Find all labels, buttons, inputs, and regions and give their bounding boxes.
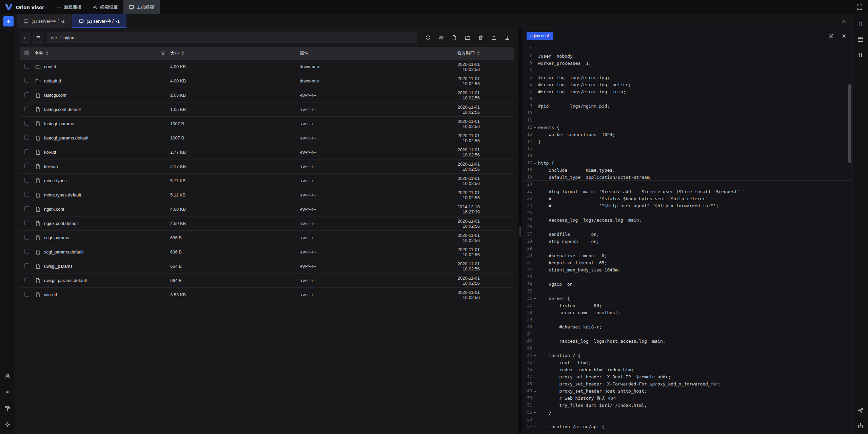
code-line[interactable]: 33 xyxy=(522,273,852,281)
code-line[interactable]: 35 xyxy=(522,288,852,295)
code-line[interactable]: 25 #access_log logs/access.log main; xyxy=(522,216,852,224)
file-name-cell[interactable]: nginx.conf.default xyxy=(35,221,170,226)
fullscreen-icon[interactable] xyxy=(856,4,863,10)
send-command-icon[interactable] xyxy=(856,406,865,414)
code-line[interactable]: 36 server { xyxy=(522,295,852,302)
file-name-cell[interactable]: win-utf xyxy=(35,292,170,298)
fold-marker[interactable] xyxy=(532,273,538,281)
fold-marker[interactable] xyxy=(532,409,538,416)
fold-marker[interactable] xyxy=(532,188,538,195)
fold-marker[interactable] xyxy=(532,110,538,117)
file-name-cell[interactable]: fastcgi_params xyxy=(35,121,170,127)
fold-marker[interactable] xyxy=(532,309,538,316)
fold-marker[interactable] xyxy=(532,395,538,402)
code-line[interactable]: 43 xyxy=(522,345,852,352)
column-mtime[interactable]: 修改时间 xyxy=(446,50,514,56)
code-line[interactable]: 44 location / { xyxy=(522,352,852,359)
fold-marker[interactable] xyxy=(532,259,538,266)
filter-funnel-icon[interactable] xyxy=(161,51,165,56)
fold-marker[interactable] xyxy=(532,174,538,181)
file-name-cell[interactable]: default.d xyxy=(35,78,170,84)
table-row[interactable]: fastcgi.conf 1.05 KB -rw-r--r-- 2020-11-… xyxy=(20,88,514,102)
row-checkbox[interactable] xyxy=(24,235,29,240)
fold-marker[interactable] xyxy=(532,216,538,224)
fold-marker[interactable] xyxy=(532,402,538,409)
fold-marker[interactable] xyxy=(532,167,538,174)
breadcrumb-segment-current[interactable]: nginx xyxy=(63,35,74,40)
column-attr[interactable]: 属性 xyxy=(300,50,446,56)
fold-marker[interactable] xyxy=(532,45,538,53)
table-row[interactable]: default.d 4.00 KB drwxr-xr-x 2020-11-01 … xyxy=(20,74,514,88)
new-folder-icon[interactable] xyxy=(464,34,471,41)
fold-marker[interactable] xyxy=(532,74,538,81)
code-line[interactable]: 27 sendfile on; xyxy=(522,231,852,238)
row-checkbox[interactable] xyxy=(24,249,29,254)
fold-marker[interactable] xyxy=(532,117,538,124)
fold-marker[interactable] xyxy=(532,53,538,60)
fold-marker[interactable] xyxy=(532,195,538,202)
code-line[interactable]: 32 client_max_body_size 1048m; xyxy=(522,266,852,273)
code-line[interactable]: 20 xyxy=(522,181,852,188)
close-editor-icon[interactable] xyxy=(840,32,848,40)
column-size[interactable]: 大小 xyxy=(170,50,300,56)
code-line[interactable]: 53 xyxy=(522,416,852,423)
fold-marker[interactable] xyxy=(532,295,538,302)
upload-icon[interactable] xyxy=(490,34,498,41)
table-row[interactable]: uwsgi_params 664 B -rw-r--r-- 2020-11-01… xyxy=(20,259,514,273)
command-icon[interactable]: ⌘ xyxy=(3,388,12,396)
editor-scrollbar-thumb[interactable] xyxy=(848,84,851,163)
file-name-cell[interactable]: mime.types.default xyxy=(35,192,170,198)
code-line[interactable]: 15 xyxy=(522,145,852,152)
fold-marker[interactable] xyxy=(532,202,538,209)
code-line[interactable]: 11 xyxy=(522,117,852,124)
code-line[interactable]: 22 # '$status $body_bytes_sent "$http_re… xyxy=(522,195,852,202)
file-name-cell[interactable]: uwsgi_params xyxy=(35,264,170,269)
file-name-cell[interactable]: mime.types xyxy=(35,178,170,184)
file-name-cell[interactable]: conf.d xyxy=(35,64,170,70)
code-line[interactable]: 1 xyxy=(522,45,852,53)
nav-item-host-terminal[interactable]: 主机终端 xyxy=(123,0,160,14)
fold-marker[interactable] xyxy=(532,281,538,288)
table-row[interactable]: scgi_params 636 B -rw-r--r-- 2020-11-01 … xyxy=(20,231,514,245)
row-checkbox[interactable] xyxy=(24,278,29,282)
code-line[interactable]: 3 worker_processes 1; xyxy=(522,60,852,67)
code-line[interactable]: 12 events { xyxy=(522,124,852,131)
braces-icon[interactable]: {} xyxy=(856,20,865,28)
fold-marker[interactable] xyxy=(532,423,538,430)
fold-marker[interactable] xyxy=(532,316,538,323)
row-checkbox[interactable] xyxy=(24,263,29,268)
download-icon[interactable] xyxy=(504,34,511,41)
fold-marker[interactable] xyxy=(532,102,538,110)
code-line[interactable]: 45 root html; xyxy=(522,359,852,366)
fold-marker[interactable] xyxy=(532,131,538,138)
fold-marker[interactable] xyxy=(532,231,538,238)
panel-splitter[interactable] xyxy=(518,29,522,434)
editor-code[interactable]: 1 2 #user nobody; 3 worker_processes 1; … xyxy=(522,43,852,434)
editor-panel-icon[interactable] xyxy=(856,35,865,43)
fold-marker[interactable] xyxy=(532,416,538,423)
fold-marker[interactable] xyxy=(532,388,538,395)
code-line[interactable]: 9 #pid logs/nginx.pid; xyxy=(522,102,852,110)
code-line[interactable]: 30 #keepalive_timeout 0; xyxy=(522,252,852,259)
table-row[interactable]: mime.types.default 5.11 KB -rw-r--r-- 20… xyxy=(20,188,514,202)
editor-file-tab[interactable]: nginx.conf xyxy=(527,32,553,40)
back-button[interactable] xyxy=(20,33,30,43)
table-row[interactable]: nginx.conf.default 2.59 KB -rw-r--r-- 20… xyxy=(20,216,514,231)
user-icon[interactable] xyxy=(3,372,12,380)
file-name-cell[interactable]: koi-utf xyxy=(35,150,170,155)
new-terminal-button[interactable] xyxy=(3,16,14,26)
code-line[interactable]: 19 default_type application/octet-stream… xyxy=(522,174,852,181)
file-name-cell[interactable]: uwsgi_params.default xyxy=(35,278,170,283)
fold-marker[interactable] xyxy=(532,352,538,359)
row-checkbox[interactable] xyxy=(24,164,29,168)
fold-marker[interactable] xyxy=(532,359,538,366)
table-row[interactable]: fastcgi_params 1007 B -rw-r--r-- 2020-11… xyxy=(20,117,514,131)
fold-marker[interactable] xyxy=(532,95,538,102)
table-row[interactable]: scgi_params.default 636 B -rw-r--r-- 202… xyxy=(20,245,514,259)
table-row[interactable]: uwsgi_params.default 664 B -rw-r--r-- 20… xyxy=(20,273,514,288)
fold-marker[interactable] xyxy=(532,209,538,216)
code-line[interactable]: 7 #error_log logs/error.log info; xyxy=(522,88,852,95)
file-name-cell[interactable]: fastcgi.conf xyxy=(35,93,170,98)
fold-marker[interactable] xyxy=(532,302,538,309)
nav-item-terminal-settings[interactable]: 终端设置 xyxy=(87,0,123,14)
